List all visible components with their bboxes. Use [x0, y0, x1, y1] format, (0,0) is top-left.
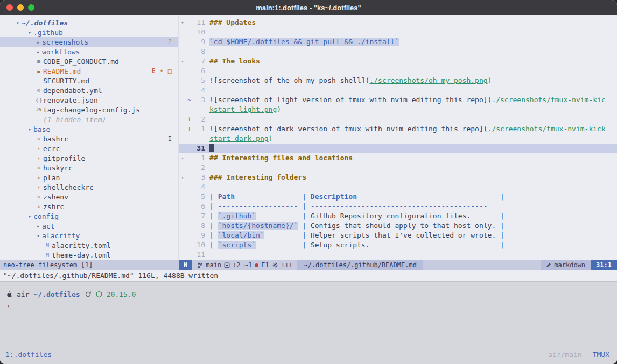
tree-item-alacritty-toml[interactable]: Malacritty.toml: [0, 240, 178, 250]
sign-column: [186, 211, 192, 221]
shell-icon: ∗: [34, 184, 43, 191]
shell-icon: ∗: [34, 155, 43, 162]
editor-line[interactable]: 4: [179, 85, 617, 95]
tree-item-dependabot-yml[interactable]: ⊙dependabot.yml: [0, 85, 178, 95]
editor-line[interactable]: +1![screenshot of dark version of tmux w…: [179, 124, 617, 134]
terminal-window: main:1:.dotfiles - "ks~/.dotfiles" ▾~/.d…: [0, 0, 617, 364]
editor-line[interactable]: 8| `hosts/{hostname}/` | Configs that sh…: [179, 221, 617, 231]
editor-line[interactable]: ▾7## The looks: [179, 56, 617, 66]
fold-open-icon[interactable]: ▾: [179, 18, 186, 27]
close-button[interactable]: [6, 4, 13, 11]
editor-line[interactable]: ~3![screenshot of light version of tmux …: [179, 95, 617, 105]
fold-column: [179, 85, 186, 95]
tree-item-theme-day-toml[interactable]: Mtheme-day.toml: [0, 250, 178, 260]
zoom-button[interactable]: [28, 4, 34, 11]
tree-item-huskyrc[interactable]: ∗huskyrc: [0, 163, 178, 173]
fold-column: [179, 250, 186, 260]
tree-item-gitprofile[interactable]: ∗gitprofile: [0, 153, 178, 163]
editor-line[interactable]: +2: [179, 115, 617, 124]
sign-column: [186, 134, 192, 144]
line-number: 8: [192, 221, 205, 231]
line-text: start-dark.png): [205, 134, 272, 144]
tree-item-renovate-json[interactable]: {}renovate.json: [0, 95, 178, 105]
editor-line[interactable]: 4: [179, 182, 617, 192]
editor-line[interactable]: start-dark.png): [179, 134, 617, 144]
tree-item-1-hidden-item[interactable]: (1 hidden item): [0, 115, 178, 124]
fold-column: [179, 211, 186, 221]
editor-buffer[interactable]: ▾11### Updates109`cd $HOME/.dotfiles && …: [179, 15, 617, 260]
tree-item-readme-md[interactable]: ≡README.mdE•□: [0, 66, 178, 76]
editor-line[interactable]: ▾3### Interesting folders: [179, 173, 617, 182]
chevron-down-icon[interactable]: ▾: [34, 233, 42, 239]
fold-open-icon[interactable]: ▾: [179, 56, 186, 66]
editor-line[interactable]: 5![screenshot of the oh-my-posh shell](.…: [179, 76, 617, 85]
editor-line[interactable]: 9| `local/bin` | Helper scripts that I'v…: [179, 231, 617, 240]
tree-item-label: .github: [33, 28, 63, 37]
tree-item-alacritty[interactable]: ▾alacritty: [0, 231, 178, 240]
editor-line[interactable]: 9`cd $HOME/.dotfiles && git pull && ./in…: [179, 37, 617, 47]
tree-item-config[interactable]: ▾config: [0, 211, 178, 221]
tree-item-dotfiles[interactable]: ▾~/.dotfiles: [0, 18, 178, 27]
tree-item-plan[interactable]: ∗plan: [0, 173, 178, 182]
fold-column: [179, 115, 186, 124]
shell-pane[interactable]: air ~/.dotfiles 20.15.0 → 1:.dotfiles ai…: [0, 281, 617, 364]
tree-item-tag-changelog-config-js[interactable]: JStag-changelog-config.js: [0, 105, 178, 115]
tmux-label: TMUX: [593, 351, 609, 359]
tree-item-zshenv[interactable]: ∗zshenv: [0, 192, 178, 202]
file-tree[interactable]: ▾~/.dotfiles▾.github▸screenshots?▸workfl…: [0, 15, 179, 260]
editor-line[interactable]: 6| ------------------- | ---------------…: [179, 202, 617, 211]
line-number: 4: [192, 85, 205, 95]
fold-open-icon[interactable]: ▾: [179, 173, 186, 182]
chevron-right-icon[interactable]: ▸: [34, 49, 42, 55]
chevron-right-icon[interactable]: ▸: [34, 39, 42, 45]
editor-line[interactable]: 11: [179, 250, 617, 260]
tree-item-label: renovate.json: [43, 96, 98, 104]
tree-item-shellcheckrc[interactable]: ∗shellcheckrc: [0, 182, 178, 192]
tmux-client: ▾~/.dotfiles▾.github▸screenshots?▸workfl…: [0, 15, 617, 364]
line-number: 9: [192, 231, 205, 240]
sign-column: [186, 192, 192, 202]
editor-line[interactable]: 10: [179, 27, 617, 37]
chevron-right-icon[interactable]: ▸: [34, 223, 42, 229]
diff-stats: +2 ~1: [233, 260, 252, 270]
editor-line[interactable]: 10| `scripts` | Setup scripts. |: [179, 240, 617, 250]
tree-item-label: act: [42, 222, 54, 230]
badge-group: ?: [168, 38, 172, 46]
shell-icon: ∗: [34, 203, 43, 210]
tree-item-github[interactable]: ▾.github: [0, 27, 178, 37]
editor-line[interactable]: 31: [179, 144, 617, 153]
minimize-button[interactable]: [17, 4, 24, 11]
line-text: | `scripts` | Setup scripts. |: [205, 240, 504, 250]
status-bars: neo-tree filesystem [1] N main +2 ~1 E1 …: [0, 260, 617, 270]
tree-item-workflows[interactable]: ▸workflows: [0, 47, 178, 56]
tree-item-ecrc[interactable]: ∗ecrc: [0, 144, 178, 153]
tree-item-base[interactable]: ▾base: [0, 124, 178, 134]
tree-item-security-md[interactable]: ≡SECURITY.md: [0, 76, 178, 85]
tree-item-screenshots[interactable]: ▸screenshots?: [0, 37, 178, 47]
editor-line[interactable]: 2: [179, 163, 617, 173]
tmux-window-tab[interactable]: 1:.dotfiles: [5, 351, 52, 359]
editor-line[interactable]: 5| Path | Description |: [179, 192, 617, 202]
tree-item-act[interactable]: ▸act: [0, 221, 178, 231]
chevron-down-icon[interactable]: ▾: [26, 126, 33, 132]
tree-item-code-of-conduct-md[interactable]: ≡CODE_OF_CONDUCT.md: [0, 56, 178, 66]
chevron-down-icon[interactable]: ▾: [26, 213, 33, 219]
editor-line[interactable]: ▾1## Interesting files and locations: [179, 153, 617, 163]
chevron-down-icon[interactable]: ▾: [26, 30, 33, 35]
tree-item-bashrc[interactable]: ∗bashrcI: [0, 134, 178, 144]
diff-icon: [224, 262, 230, 268]
editor-line[interactable]: ▾11### Updates: [179, 18, 617, 27]
fold-open-icon[interactable]: ▾: [179, 153, 186, 163]
editor-line[interactable]: 6: [179, 66, 617, 76]
editor-line[interactable]: 8: [179, 47, 617, 56]
statusline-info: main +2 ~1 E1 +++: [192, 260, 297, 270]
tree-item-label: theme-day.toml: [52, 251, 111, 259]
plugin-updates: +++: [281, 260, 293, 270]
line-text: ### Interesting folders: [205, 173, 306, 182]
line-number: 10: [192, 240, 205, 250]
tree-item-label: tag-changelog-config.js: [43, 106, 140, 114]
tree-item-zshrc[interactable]: ∗zshrc: [0, 202, 178, 211]
chevron-down-icon[interactable]: ▾: [14, 20, 22, 26]
editor-line[interactable]: kstart-light.png): [179, 105, 617, 115]
editor-line[interactable]: 7| `.github` | GitHub Repository configu…: [179, 211, 617, 221]
